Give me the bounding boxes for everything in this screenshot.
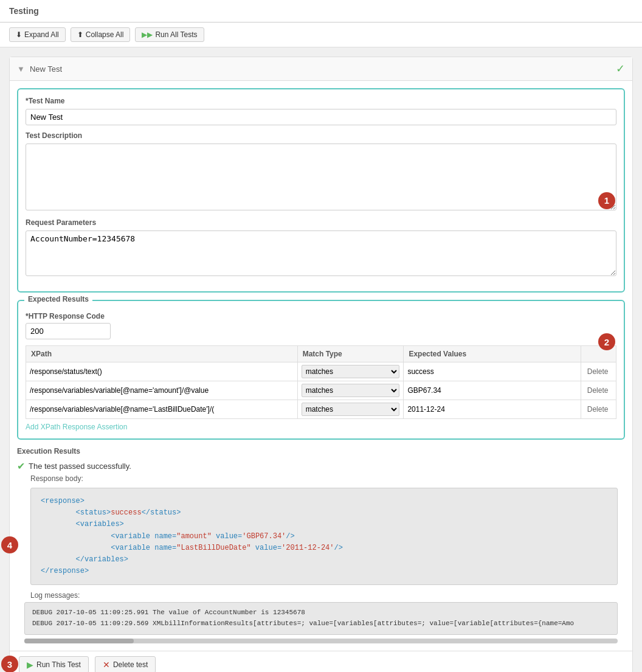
expand-all-button[interactable]: ⬇ Expand All (9, 27, 66, 42)
http-code-label: *HTTP Response Code (26, 312, 616, 320)
xpath-table: XPath Match Type Expected Values matches… (26, 345, 616, 419)
log-block: DEBUG 2017-10-05 11:09:25.991 The value … (24, 602, 618, 634)
test-panel: ▼ New Test ✓ *Test Name Test Description (9, 57, 633, 672)
log-line-2: DEBUG 2017-10-05 11:09:29.569 XMLbillInf… (32, 618, 610, 629)
test-name-field: *Test Name (26, 97, 616, 125)
panel-title: New Test (30, 64, 62, 74)
run-this-test-icon: ▶ (27, 660, 33, 670)
bottom-bar: ▶ Run This Test ✕ Delete test (10, 651, 632, 673)
match-type-select-0[interactable]: matches equals contains (302, 365, 400, 378)
xpath-input-0[interactable] (30, 367, 294, 376)
expand-icon: ⬇ (16, 30, 22, 39)
pass-line: ✔ The test passed successfully. (17, 460, 625, 472)
badge-3: 3 (1, 656, 18, 672)
log-label: Log messages: (30, 591, 612, 600)
add-xpath-link[interactable]: Add XPath Response Assertion (26, 423, 127, 431)
badge-2: 2 (598, 333, 615, 350)
delete-row-button-1[interactable]: Delete (585, 385, 611, 396)
run-all-tests-button[interactable]: ▶▶ Run All Tests (135, 27, 204, 42)
table-row: matches equals contains Delete (26, 381, 616, 400)
test-name-label: *Test Name (26, 97, 616, 105)
main-content: ▼ New Test ✓ *Test Name Test Description (0, 47, 642, 672)
log-line-1: DEBUG 2017-10-05 11:09:25.991 The value … (32, 608, 610, 618)
http-code-input[interactable] (26, 323, 111, 339)
test-name-input[interactable] (26, 109, 616, 125)
request-params-field: Request Parameters (26, 218, 616, 278)
response-body-label: Response body: (30, 474, 625, 483)
xpath-input-2[interactable] (30, 405, 294, 414)
run-this-test-button[interactable]: ▶ Run This Test (19, 656, 89, 673)
match-type-select-2[interactable]: matches equals contains (302, 403, 400, 416)
test-panel-header-left: ▼ New Test (17, 64, 62, 74)
xml-tag: <response> (41, 497, 85, 505)
collapse-arrow-icon: ▼ (17, 64, 25, 74)
expected-value-input-0[interactable] (407, 367, 576, 376)
xpath-input-1[interactable] (30, 386, 294, 395)
table-row: matches equals contains Delete (26, 400, 616, 419)
bottom-wrapper: ▶ Run This Test ✕ Delete test 3 (10, 651, 632, 673)
delete-test-button[interactable]: ✕ Delete test (95, 656, 156, 673)
test-description-input[interactable] (26, 144, 616, 210)
match-type-select-1[interactable]: matches equals contains (302, 384, 400, 397)
request-params-input[interactable] (26, 230, 616, 276)
collapse-all-button[interactable]: ⬆ Collapse All (71, 27, 131, 42)
table-row: matches equals contains Delete (26, 362, 616, 381)
section-2-wrapper: Expected Results *HTTP Response Code XPa… (10, 300, 632, 440)
execution-results: Execution Results ✔ The test passed succ… (17, 447, 625, 643)
pass-icon: ✔ (17, 460, 25, 472)
delete-row-button-0[interactable]: Delete (585, 366, 611, 377)
form-section: *Test Name Test Description Request Para… (17, 88, 625, 293)
top-bar: Testing (0, 0, 642, 23)
expected-results-border-title: Expected Results (24, 295, 92, 303)
section-1-wrapper: *Test Name Test Description Request Para… (10, 88, 632, 293)
badge-1: 1 (598, 192, 615, 209)
delete-row-button-2[interactable]: Delete (585, 404, 611, 415)
app-title: Testing (9, 6, 39, 16)
delete-test-icon: ✕ (103, 660, 110, 670)
exec-title: Execution Results (17, 447, 625, 456)
test-description-field: Test Description (26, 131, 616, 212)
xpath-col-header: XPath (26, 346, 298, 362)
badge-4: 4 (1, 536, 18, 553)
test-description-label: Test Description (26, 131, 616, 140)
toolbar: ⬇ Expand All ⬆ Collapse All ▶▶ Run All T… (0, 23, 642, 47)
exec-wrapper: Execution Results ✔ The test passed succ… (10, 447, 632, 643)
match-type-col-header: Match Type (297, 346, 404, 362)
test-panel-header[interactable]: ▼ New Test ✓ (10, 57, 632, 81)
collapse-icon: ⬆ (77, 30, 83, 39)
xml-code-block: <response> <status>success</status> <var… (30, 488, 618, 585)
expected-results-section: Expected Results *HTTP Response Code XPa… (17, 300, 625, 440)
run-icon: ▶▶ (142, 30, 153, 39)
pass-message: The test passed successfully. (29, 462, 131, 471)
expected-value-input-2[interactable] (407, 405, 576, 414)
request-params-label: Request Parameters (26, 218, 616, 227)
check-icon: ✓ (616, 62, 625, 75)
expected-values-col-header: Expected Values (404, 346, 581, 362)
expected-value-input-1[interactable] (407, 386, 576, 395)
